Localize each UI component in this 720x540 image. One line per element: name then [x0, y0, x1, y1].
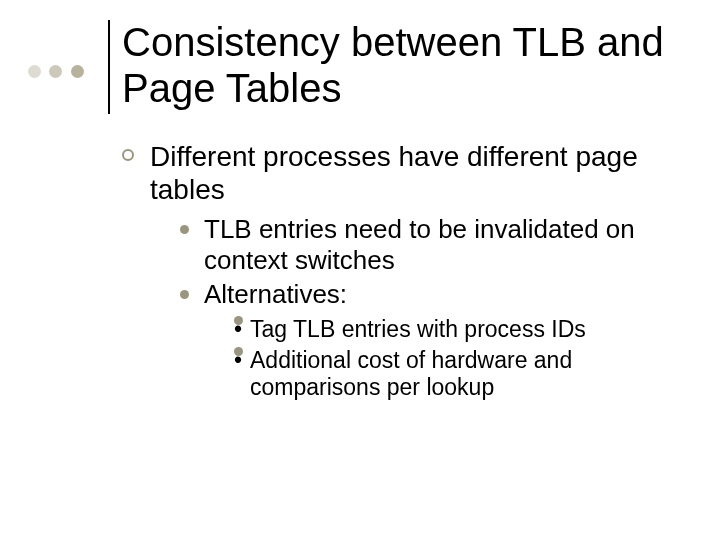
disc-bullet-icon	[180, 290, 189, 299]
bullet-text: TLB entries need to be invalidated on co…	[204, 214, 635, 275]
bullet-level3: • Tag TLB entries with process IDs	[234, 316, 680, 343]
bullet-text: Different processes have different page …	[150, 141, 638, 205]
disc-bullet-icon	[180, 225, 189, 234]
slide: Consistency between TLB and Page Tables …	[0, 0, 720, 540]
bullet-text: Additional cost of hardware and comparis…	[250, 347, 572, 400]
bullet-level3: • Additional cost of hardware and compar…	[234, 347, 680, 401]
slide-body: Different processes have different page …	[122, 140, 680, 411]
bullet-level2: TLB entries need to be invalidated on co…	[180, 214, 680, 275]
decor-dots	[28, 64, 88, 82]
bullet-level1: Different processes have different page …	[122, 140, 680, 401]
ring-bullet-icon	[122, 149, 134, 161]
bullet-level2: Alternatives: • Tag TLB entries with pro…	[180, 279, 680, 401]
dot-icon	[28, 65, 41, 78]
dot-bullet-icon: •	[234, 316, 243, 325]
dot-icon	[71, 65, 84, 78]
bullet-text: Alternatives:	[204, 279, 347, 309]
dot-icon	[49, 65, 62, 78]
bullet-text: Tag TLB entries with process IDs	[250, 316, 586, 342]
dot-bullet-icon: •	[234, 347, 243, 356]
vertical-divider	[108, 20, 110, 114]
slide-title: Consistency between TLB and Page Tables	[122, 20, 690, 111]
